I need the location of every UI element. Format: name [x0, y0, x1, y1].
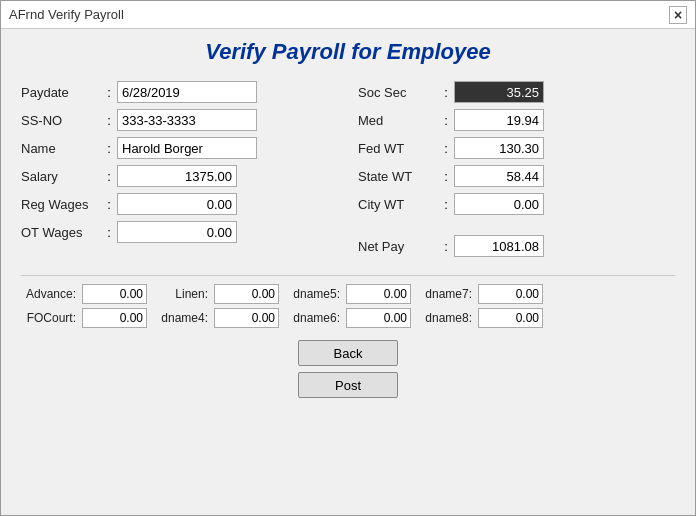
salary-colon: :	[101, 169, 117, 184]
state-wt-label: State WT	[358, 169, 438, 184]
close-button[interactable]: ×	[669, 6, 687, 24]
med-row: Med :	[358, 109, 675, 131]
state-wt-row: State WT :	[358, 165, 675, 187]
title-bar: AFrnd Verify Payroll ×	[1, 1, 695, 29]
ssno-row: SS-NO :	[21, 109, 338, 131]
deductions-row-2: FOCourt: dname4: dname6: dname8:	[21, 308, 675, 328]
reg-wages-row: Reg Wages :	[21, 193, 338, 215]
fed-wt-label: Fed WT	[358, 141, 438, 156]
dname4-input[interactable]	[214, 308, 279, 328]
ot-wages-colon: :	[101, 225, 117, 240]
med-colon: :	[438, 113, 454, 128]
med-label: Med	[358, 113, 438, 128]
soc-sec-input[interactable]	[454, 81, 544, 103]
left-column: Paydate : SS-NO : Name : S	[21, 81, 338, 257]
dname8-label: dname8:	[417, 311, 472, 325]
dname6-label: dname6:	[285, 311, 340, 325]
city-wt-colon: :	[438, 197, 454, 212]
ot-wages-label: OT Wages	[21, 225, 101, 240]
dname7-label: dname7:	[417, 287, 472, 301]
soc-sec-label: Soc Sec	[358, 85, 438, 100]
salary-label: Salary	[21, 169, 101, 184]
ssno-colon: :	[101, 113, 117, 128]
ssno-input[interactable]	[117, 109, 257, 131]
name-label: Name	[21, 141, 101, 156]
state-wt-colon: :	[438, 169, 454, 184]
soc-sec-colon: :	[438, 85, 454, 100]
reg-wages-colon: :	[101, 197, 117, 212]
soc-sec-row: Soc Sec :	[358, 81, 675, 103]
divider	[21, 275, 675, 276]
paydate-input[interactable]	[117, 81, 257, 103]
dname6-input[interactable]	[346, 308, 411, 328]
name-colon: :	[101, 141, 117, 156]
paydate-colon: :	[101, 85, 117, 100]
page-title: Verify Payroll for Employee	[21, 39, 675, 65]
advance-label: Advance:	[21, 287, 76, 301]
reg-wages-input[interactable]	[117, 193, 237, 215]
back-button[interactable]: Back	[298, 340, 398, 366]
dname7-input[interactable]	[478, 284, 543, 304]
fed-wt-row: Fed WT :	[358, 137, 675, 159]
dname8-input[interactable]	[478, 308, 543, 328]
window-title: AFrnd Verify Payroll	[9, 7, 124, 22]
fed-wt-input[interactable]	[454, 137, 544, 159]
paydate-row: Paydate :	[21, 81, 338, 103]
salary-input[interactable]	[117, 165, 237, 187]
post-button[interactable]: Post	[298, 372, 398, 398]
city-wt-input[interactable]	[454, 193, 544, 215]
med-input[interactable]	[454, 109, 544, 131]
main-window: AFrnd Verify Payroll × Verify Payroll fo…	[0, 0, 696, 516]
linen-label: Linen:	[153, 287, 208, 301]
salary-row: Salary :	[21, 165, 338, 187]
ssno-label: SS-NO	[21, 113, 101, 128]
dname4-label: dname4:	[153, 311, 208, 325]
net-pay-label: Net Pay	[358, 239, 438, 254]
fed-wt-colon: :	[438, 141, 454, 156]
ot-wages-row: OT Wages :	[21, 221, 338, 243]
dname5-input[interactable]	[346, 284, 411, 304]
focourt-label: FOCourt:	[21, 311, 76, 325]
advance-input[interactable]	[82, 284, 147, 304]
linen-input[interactable]	[214, 284, 279, 304]
net-pay-row: Net Pay :	[358, 235, 675, 257]
reg-wages-label: Reg Wages	[21, 197, 101, 212]
name-input[interactable]	[117, 137, 257, 159]
name-row: Name :	[21, 137, 338, 159]
deductions-row-1: Advance: Linen: dname5: dname7:	[21, 284, 675, 304]
focourt-input[interactable]	[82, 308, 147, 328]
city-wt-row: City WT :	[358, 193, 675, 215]
net-pay-input[interactable]	[454, 235, 544, 257]
state-wt-input[interactable]	[454, 165, 544, 187]
ot-wages-input[interactable]	[117, 221, 237, 243]
net-pay-colon: :	[438, 239, 454, 254]
city-wt-label: City WT	[358, 197, 438, 212]
form-section: Paydate : SS-NO : Name : S	[21, 81, 675, 257]
dname5-label: dname5:	[285, 287, 340, 301]
paydate-label: Paydate	[21, 85, 101, 100]
right-column: Soc Sec : Med : Fed WT : S	[338, 81, 675, 257]
content-area: Verify Payroll for Employee Paydate : SS…	[1, 29, 695, 515]
